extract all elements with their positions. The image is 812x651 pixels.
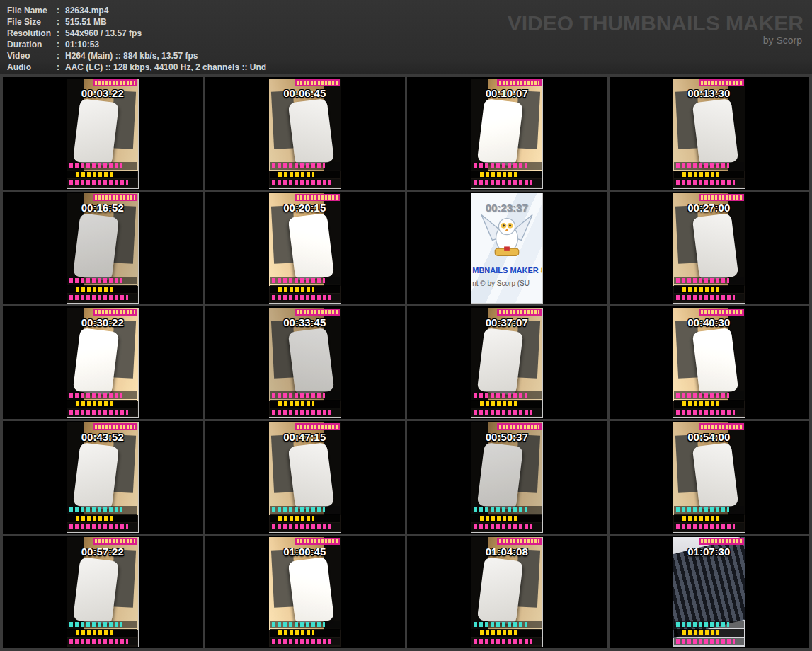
file-info-label: File Size [7,16,57,28]
watermark-line [270,294,340,301]
watermark-url-line [471,629,542,637]
app-brand: VIDEO THUMBNAILS MAKER by Scorp [508,13,804,46]
watermark-banner-redacted [497,538,542,545]
video-thumbnail: 00:03:22 [67,79,139,189]
scene-mattress [73,557,119,625]
scene-mattress [692,98,738,166]
watermark-banner-redacted [93,309,138,316]
scene-mattress [288,328,334,396]
file-info-value: H264 (Main) :: 884 kb/s, 13.57 fps [65,50,198,62]
video-thumbnail: 00:40:30 [673,308,745,418]
scene-mattress [288,213,334,281]
watermark-line [471,162,542,170]
timestamp-label: 00:16:52 [67,202,138,214]
watermark-banner-redacted [93,538,138,545]
scene-mattress [477,98,523,166]
file-info-value: AAC (LC) :: 128 kbps, 44100 Hz, 2 channe… [65,62,266,73]
grid-cell: 01:00:45 [205,536,406,648]
watermark-url-line [674,629,744,637]
logo-copyright-fragment: nt © by Scorp (SU [472,280,530,287]
scene-mattress [692,213,738,281]
timestamp-label: 00:54:00 [673,431,745,443]
watermark-line [270,162,340,170]
watermark-lines-redacted [471,391,542,416]
watermark-lines-redacted [471,505,542,531]
video-thumbnail: 00:50:37 [471,422,543,533]
watermark-line [270,277,340,284]
watermark-line [674,162,744,170]
grid-cell: 00:13:30 [610,77,810,190]
watermark-line [674,523,744,531]
scene-mattress [288,442,334,510]
watermark-url-line [67,514,137,522]
grid-cell: 00:27:00 [610,192,810,304]
watermark-line [674,391,744,399]
thumbnail-grid: 00:03:22 [0,74,812,651]
watermark-line [270,621,340,628]
file-info-separator: : [57,5,65,16]
watermark-banner-redacted [497,309,542,316]
file-info-separator: : [57,28,65,39]
watermark-banner-redacted [295,309,340,316]
scene-mattress [477,328,523,396]
watermark-lines-redacted [674,391,744,416]
watermark-line [471,179,542,187]
file-info-separator: : [57,39,65,50]
timestamp-label: 01:07:30 [673,546,745,558]
watermark-banner-redacted [699,538,744,545]
scene-mattress [73,442,119,510]
watermark-line [67,277,137,284]
watermark-line [67,179,137,187]
watermark-line [674,506,744,514]
grid-cell: 01:04:08 [407,536,607,648]
watermark-line [67,523,137,531]
watermark-banner-redacted [295,79,340,86]
video-thumbnail: 00:47:15 [269,422,341,533]
watermark-line [471,638,542,645]
watermark-url-line [270,400,340,408]
timestamp-label: 00:57:22 [67,546,138,558]
watermark-line [471,391,542,399]
grid-cell: 00:37:07 [407,306,607,419]
watermark-banner-redacted [699,194,744,201]
timestamp-label: 00:40:30 [673,316,745,328]
grid-cell: 00:50:37 [407,421,607,534]
file-info-value: 01:10:53 [65,39,99,50]
video-thumbnail: MBNAILS MAKER 8 nt © by Scorp (SU 00:23:… [471,193,543,304]
watermark-line [67,162,137,170]
watermark-banner-redacted [699,423,744,430]
scene-mattress [73,328,119,396]
watermark-url-line [270,171,340,178]
logo-version-fragment: 8 [541,266,543,275]
scene-mattress [477,557,523,625]
watermark-line [471,408,542,416]
watermark-banner-redacted [295,423,340,430]
watermark-url-line [471,400,542,408]
grid-cell: 00:47:15 [205,421,406,534]
logo-title-fragment: MBNAILS MAKER [472,266,539,275]
scene-mattress [288,557,334,625]
timestamp-label: 01:04:08 [471,546,542,558]
watermark-lines-redacted [270,391,340,416]
watermark-line [471,523,542,531]
watermark-lines-redacted [270,620,340,645]
video-thumbnail: 00:54:00 [673,422,745,533]
grid-cell: 00:03:22 [3,77,203,190]
scene-mattress [477,442,523,510]
brand-subtitle: by Scorp [508,35,804,46]
file-info-label: Video [7,50,57,62]
grid-cell: 01:07:30 [610,536,810,648]
watermark-line [67,408,137,416]
watermark-line [674,277,744,284]
video-thumbnail: 00:37:07 [471,308,543,418]
video-thumbnail: 01:07:30 [673,537,745,647]
video-thumbnail: 01:00:45 [269,537,341,647]
watermark-lines-redacted [471,161,542,187]
watermark-banner-redacted [497,79,542,86]
grid-cell: 00:06:45 [205,77,406,190]
watermark-line [674,621,744,628]
watermark-banner-redacted [93,79,138,86]
video-thumbnail: 00:13:30 [673,79,745,189]
timestamp-label: 00:47:15 [269,431,341,443]
timestamp-label: 00:23:37 [471,202,542,214]
